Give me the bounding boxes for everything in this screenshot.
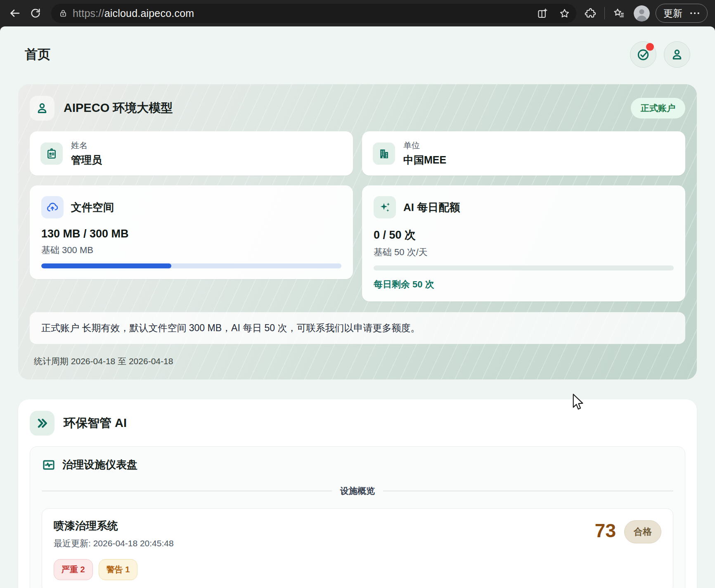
quota-progress-track	[374, 266, 674, 270]
profile-button[interactable]	[664, 41, 690, 68]
quota-title: AI 每日配额	[403, 200, 460, 215]
page-title: 首页	[25, 46, 50, 63]
double-chevron-right-icon	[36, 417, 49, 430]
account-type-badge: 正式账户	[631, 98, 685, 119]
overview-divider: 设施概览	[42, 485, 673, 497]
org-field-card: 单位 中国MEE	[362, 131, 685, 175]
ai-section-header: 环保智管 AI	[30, 411, 685, 436]
facility-name: 喷漆治理系统	[54, 519, 174, 533]
person-icon	[670, 47, 684, 62]
refresh-button[interactable]	[26, 4, 45, 22]
notification-dot	[646, 43, 654, 51]
quota-card-header: AI 每日配额	[374, 196, 674, 218]
storage-icon-tile	[41, 196, 64, 218]
browser-profile-avatar[interactable]	[634, 5, 650, 21]
toolbar-divider	[604, 7, 605, 19]
org-field-text: 单位 中国MEE	[403, 140, 446, 167]
name-field-text: 姓名 管理员	[71, 140, 102, 167]
cloud-upload-icon	[46, 201, 59, 214]
avatar-person-icon	[634, 5, 650, 21]
account-card-header: AIPECO 环境大模型 正式账户	[30, 96, 685, 121]
update-label: 更新	[663, 7, 682, 20]
storage-card-header: 文件空间	[41, 196, 341, 218]
account-title: AIPECO 环境大模型	[64, 100, 622, 116]
star-icon	[559, 8, 570, 19]
url-text: https://aicloud.aipeco.com	[73, 7, 194, 19]
back-arrow-icon	[9, 7, 21, 19]
quota-card: AI 每日配额 0 / 50 次 基础 50 次/天 每日剩余 50 次	[362, 185, 685, 301]
quota-usage: 0 / 50 次	[374, 228, 674, 242]
account-fields: 姓名 管理员 单位 中国MEE	[30, 131, 685, 175]
monitor-pulse-icon	[42, 458, 56, 472]
org-value: 中国MEE	[403, 153, 446, 167]
building-icon	[378, 147, 390, 160]
page-content: 首页 AIPECO 环境大模型 正式账户	[0, 26, 715, 588]
name-value: 管理员	[71, 153, 102, 167]
storage-progress-fill	[41, 263, 171, 268]
page-header: 首页	[25, 41, 690, 68]
storage-usage: 130 MB / 300 MB	[41, 228, 341, 240]
divider-line-left	[42, 491, 332, 491]
name-field-card: 姓名 管理员	[30, 131, 353, 175]
user-icon	[35, 101, 49, 115]
id-badge-icon	[45, 147, 58, 160]
ai-icon-tile	[30, 411, 54, 436]
org-icon-tile	[373, 142, 395, 165]
quota-base: 基础 50 次/天	[374, 246, 674, 258]
facility-info: 喷漆治理系统 最近更新: 2026-04-18 20:45:48 严重 2 警告…	[54, 519, 174, 580]
favorites-list-button[interactable]	[610, 4, 628, 22]
facility-badges: 严重 2 警告 1	[54, 559, 174, 580]
quota-remaining: 每日剩余 50 次	[374, 278, 674, 291]
tasks-status-button[interactable]	[630, 41, 656, 68]
stats-period: 统计周期 2026-04-18 至 2026-04-18	[30, 354, 685, 368]
storage-title: 文件空间	[71, 200, 114, 215]
extensions-button[interactable]	[581, 4, 599, 22]
sparkles-icon	[378, 201, 391, 214]
facility-card[interactable]: 喷漆治理系统 最近更新: 2026-04-18 20:45:48 严重 2 警告…	[42, 508, 673, 588]
name-label: 姓名	[71, 140, 102, 151]
address-bar[interactable]: https://aicloud.aipeco.com	[51, 4, 576, 23]
browser-update-menu[interactable]: 更新	[656, 4, 708, 23]
facility-score-group: 73 合格	[595, 519, 661, 580]
account-icon-tile	[30, 96, 54, 121]
critical-badge: 严重 2	[54, 559, 93, 580]
name-icon-tile	[40, 142, 63, 165]
favorite-star-button[interactable]	[556, 5, 573, 22]
refresh-icon	[30, 7, 41, 19]
facility-updated: 最近更新: 2026-04-18 20:45:48	[54, 538, 174, 549]
dashboard-header: 治理设施仪表盘	[42, 458, 673, 472]
url-host: aicloud.aipeco.com	[104, 7, 194, 19]
storage-base: 基础 300 MB	[41, 244, 341, 256]
url-scheme: https://	[73, 7, 104, 19]
overview-label: 设施概览	[340, 485, 375, 497]
header-actions	[630, 41, 690, 68]
storage-progress-track	[41, 263, 341, 268]
puzzle-icon	[585, 7, 596, 19]
warning-badge: 警告 1	[99, 559, 138, 580]
dashboard-title: 治理设施仪表盘	[62, 458, 137, 472]
back-button[interactable]	[6, 4, 24, 22]
facility-dashboard-card: 治理设施仪表盘 设施概览 喷漆治理系统 最近更新: 2026-04-18 20:…	[30, 446, 685, 588]
facility-status-badge: 合格	[624, 520, 661, 543]
browser-toolbar: https://aicloud.aipeco.com 更新	[0, 0, 715, 26]
grid-plus-icon	[537, 8, 548, 19]
ai-section-card: 环保智管 AI 治理设施仪表盘 设施概览 喷漆治理系统 最近更新: 2026-0…	[18, 399, 697, 588]
facility-score: 73	[595, 520, 616, 541]
ai-section-title: 环保智管 AI	[64, 415, 127, 432]
split-screen-button[interactable]	[533, 5, 551, 22]
quota-icon-tile	[374, 196, 396, 218]
star-list-icon	[613, 7, 625, 19]
account-card: AIPECO 环境大模型 正式账户 姓名 管理员	[18, 84, 697, 379]
storage-card: 文件空间 130 MB / 300 MB 基础 300 MB	[30, 185, 353, 279]
account-stats: 文件空间 130 MB / 300 MB 基础 300 MB AI 每日配额	[30, 185, 685, 301]
account-notice: 正式账户 长期有效，默认文件空间 300 MB，AI 每日 50 次，可联系我们…	[30, 312, 685, 344]
lock-icon	[59, 9, 68, 18]
divider-line-right	[383, 491, 673, 491]
org-label: 单位	[403, 140, 446, 151]
more-options-icon[interactable]	[689, 7, 701, 19]
